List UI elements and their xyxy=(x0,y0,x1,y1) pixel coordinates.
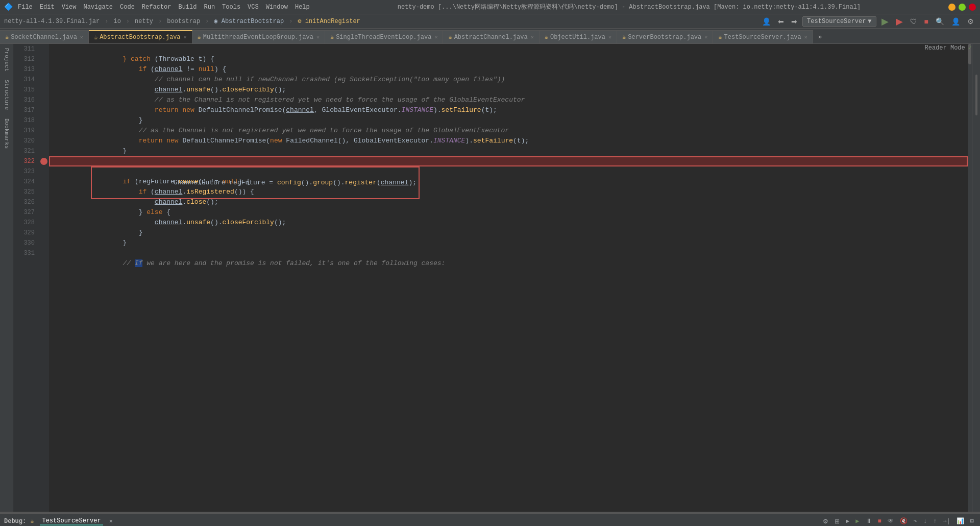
tab-abstractbootstrap[interactable]: ☕ AbstractBootstrap.java ✕ xyxy=(89,30,192,43)
title-bar: 🔷 File Edit View Navigate Code Refactor … xyxy=(0,0,980,14)
tab-close[interactable]: ✕ xyxy=(316,34,320,40)
menu-view[interactable]: View xyxy=(62,4,77,11)
debug-stop-btn[interactable]: ■ xyxy=(876,517,884,526)
settings-btn[interactable]: ⚙ xyxy=(821,517,830,526)
nav-down-button[interactable]: ➡ xyxy=(789,16,799,27)
menu-window[interactable]: Window xyxy=(266,4,288,11)
tab-close[interactable]: ✕ xyxy=(531,34,534,40)
debug-tab-icon: ☕ xyxy=(30,517,34,525)
tab-objectutil[interactable]: ☕ ObjectUtil.java ✕ xyxy=(540,30,617,43)
tab-serverbootstrap[interactable]: ☕ ServerBootstrap.java ✕ xyxy=(617,30,713,43)
code-line-331: // If we are here and the promise is not… xyxy=(49,248,968,258)
user-button[interactable]: 👤 xyxy=(949,16,962,27)
menu-tools[interactable]: Tools xyxy=(222,4,240,11)
debug-panel: Debug: ☕ TestSourceServer ✕ ⚙ ⊞ ▶ ▶ ⏸ ■ … xyxy=(0,514,980,526)
project-icon[interactable]: Project xyxy=(4,48,10,71)
code-line-325: channel.close(); xyxy=(49,187,968,197)
menu-run[interactable]: Run xyxy=(204,4,215,11)
menu-build[interactable]: Build xyxy=(178,4,197,11)
menu-help[interactable]: Help xyxy=(295,4,310,11)
dropdown-icon: ▼ xyxy=(868,18,871,25)
debug-view-bkps-btn[interactable]: 👁 xyxy=(886,516,896,526)
run-config-selector[interactable]: TestSourceServer ▼ xyxy=(802,16,876,27)
menu-bar: File Edit View Navigate Code Refactor Bu… xyxy=(18,4,310,11)
tab-testsourceserver[interactable]: ☕ TestSourceServer.java ✕ xyxy=(713,30,813,43)
breadcrumb-method[interactable]: ⚙ initAndRegister xyxy=(298,17,360,25)
debug-resume-btn[interactable]: ▶ xyxy=(853,516,861,526)
run-coverage-button[interactable]: 🛡 xyxy=(908,16,919,27)
code-line-327: channel.unsafe().closeForcibly(); xyxy=(49,207,968,218)
code-line-324: if (channel.isRegistered()) { xyxy=(49,177,968,187)
breadcrumb-io[interactable]: io xyxy=(113,18,120,25)
menu-edit[interactable]: Edit xyxy=(40,4,55,11)
code-line-313: // channel can be null if newChannel cra… xyxy=(49,64,968,75)
tab-label: TestSourceServer.java xyxy=(724,34,801,41)
tab-label: SingleThreadEventLoop.java xyxy=(336,34,431,41)
code-line-314: channel.unsafe().closeForcibly(); xyxy=(49,75,968,85)
structure-icon[interactable]: Structure xyxy=(4,80,10,110)
code-line-315: // as the Channel is not registered yet … xyxy=(49,85,968,95)
debug-trace-btn[interactable]: ⊞ xyxy=(968,516,976,526)
tabs-more-button[interactable]: » xyxy=(815,30,825,43)
debug-step-over-btn[interactable]: ↷ xyxy=(912,516,919,526)
reader-mode-check[interactable]: ✓ xyxy=(968,44,972,52)
debug-header: Debug: ☕ TestSourceServer ✕ ⚙ ⊞ ▶ ▶ ⏸ ■ … xyxy=(0,514,980,526)
tab-close[interactable]: ✕ xyxy=(804,34,807,40)
tab-close[interactable]: ✕ xyxy=(608,34,611,40)
breadcrumb-netty[interactable]: netty xyxy=(135,18,153,25)
debug-step-out-btn[interactable]: ↑ xyxy=(931,517,939,526)
debug-pause-btn[interactable]: ⏸ xyxy=(864,516,874,526)
debug-close-btn[interactable]: ✕ xyxy=(107,516,115,526)
code-scrollbar[interactable] xyxy=(968,44,972,512)
code-line-321 xyxy=(49,146,968,156)
code-line-318: // as the Channel is not registered yet … xyxy=(49,115,968,126)
nav-right: 👤 ⬅ ➡ TestSourceServer ▼ ▶ ▶ 🛡 ■ 🔍 👤 ⚙ xyxy=(760,15,976,28)
debug-mute-btn[interactable]: 🔇 xyxy=(898,516,910,526)
tab-close-active[interactable]: ✕ xyxy=(184,34,187,40)
debug-step-into-btn[interactable]: ↓ xyxy=(921,517,929,526)
debug-run-to-cursor-btn[interactable]: →| xyxy=(941,517,952,526)
settings-button[interactable]: ⚙ xyxy=(965,16,976,27)
code-line-322: ChannelFuture regFuture = config().group… xyxy=(49,156,968,166)
tab-singlethreadeventloop[interactable]: ☕ SingleThreadEventLoop.java ✕ xyxy=(325,30,444,43)
tab-socketchannel[interactable]: ☕ SocketChannel.java ✕ xyxy=(0,30,89,43)
code-line-317: } xyxy=(49,105,968,115)
code-line-311: } catch (Throwable t) { xyxy=(49,44,968,54)
code-line-323: if (regFuture.cause() != null) { xyxy=(49,166,968,177)
tab-close[interactable]: ✕ xyxy=(80,34,83,40)
bookmarks-icon[interactable]: Bookmarks xyxy=(4,118,10,149)
run-button[interactable]: ▶ xyxy=(879,15,891,28)
window-title: netty-demo [...\Netty网络编程\Netty教程源码资料\代码… xyxy=(310,3,948,11)
maximize-button[interactable] xyxy=(959,4,966,11)
close-button[interactable] xyxy=(969,4,976,11)
minimize-button[interactable] xyxy=(948,4,955,11)
tab-abstractchannel[interactable]: ☕ AbstractChannel.java ✕ xyxy=(443,30,539,43)
menu-refactor[interactable]: Refactor xyxy=(142,4,172,11)
tab-close[interactable]: ✕ xyxy=(704,34,707,40)
run-config-label: TestSourceServer xyxy=(807,18,866,25)
nav-back-button[interactable]: 👤 xyxy=(760,16,773,27)
gutter xyxy=(39,44,49,512)
menu-file[interactable]: File xyxy=(18,4,33,11)
debug-button[interactable]: ▶ xyxy=(894,15,905,28)
breadcrumb-class[interactable]: ◉ AbstractBootstrap xyxy=(214,17,284,25)
debug-run-config[interactable]: TestSourceServer xyxy=(40,517,103,525)
nav-up-button[interactable]: ⬅ xyxy=(776,16,786,27)
menu-vcs[interactable]: VCS xyxy=(248,4,259,11)
stop-button[interactable]: ■ xyxy=(922,16,930,27)
layout-btn[interactable]: ⊞ xyxy=(832,517,842,526)
nav-bar: netty-all-4.1.39.Final.jar › io › netty … xyxy=(0,14,980,29)
breadcrumb-jar[interactable]: netty-all-4.1.39.Final.jar xyxy=(4,18,100,25)
tab-label: ServerBootstrap.java xyxy=(628,34,701,41)
tab-multithreadeventloopgroup[interactable]: ☕ MultithreadEventLoopGroup.java ✕ xyxy=(192,30,325,43)
menu-navigate[interactable]: Navigate xyxy=(83,4,113,11)
debug-evaluate-btn[interactable]: 📊 xyxy=(954,516,966,526)
search-button[interactable]: 🔍 xyxy=(934,16,946,27)
sidebar-right xyxy=(972,44,980,512)
tab-icon-active: ☕ xyxy=(94,34,97,41)
menu-code[interactable]: Code xyxy=(120,4,135,11)
breadcrumb-bootstrap[interactable]: bootstrap xyxy=(167,18,200,25)
debug-rerun-btn[interactable]: ▶ xyxy=(844,516,851,526)
code-container: 311 312 313 314 315 316 317 318 319 320 … xyxy=(13,44,972,512)
tab-close[interactable]: ✕ xyxy=(434,34,437,40)
